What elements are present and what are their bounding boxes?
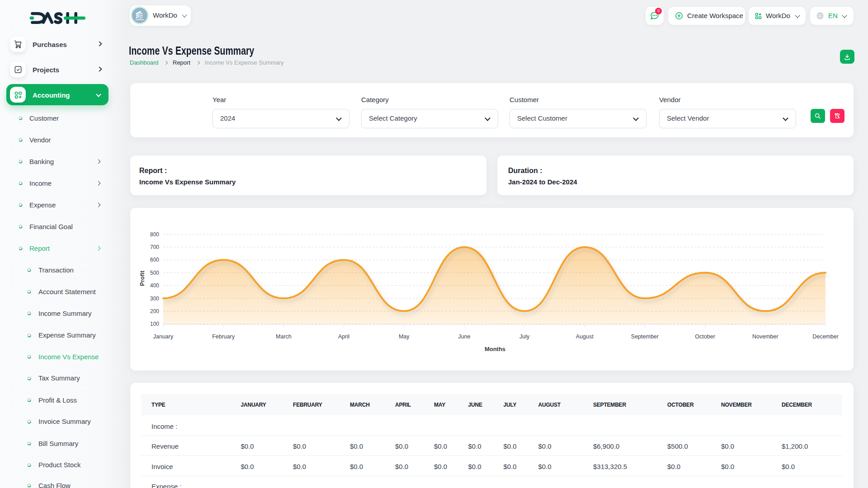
svg-text:February: February	[212, 333, 235, 340]
svg-text:300: 300	[150, 296, 159, 302]
svg-text:Months: Months	[485, 346, 505, 352]
svg-text:August: August	[576, 333, 594, 340]
svg-text:400: 400	[150, 282, 159, 289]
svg-text:September: September	[631, 333, 659, 340]
svg-text:May: May	[399, 333, 410, 340]
svg-text:800: 800	[150, 231, 159, 238]
svg-text:100: 100	[150, 321, 159, 327]
svg-text:March: March	[276, 333, 292, 340]
svg-text:Profit: Profit	[139, 270, 146, 286]
svg-text:November: November	[752, 333, 778, 340]
svg-text:October: October	[695, 333, 715, 340]
svg-text:200: 200	[150, 308, 159, 314]
svg-text:June: June	[458, 333, 470, 340]
svg-text:December: December	[812, 333, 839, 340]
svg-text:600: 600	[150, 257, 159, 263]
svg-text:July: July	[519, 333, 530, 340]
svg-text:700: 700	[150, 244, 159, 250]
svg-text:500: 500	[150, 270, 159, 276]
svg-text:January: January	[153, 333, 174, 340]
svg-text:April: April	[338, 333, 349, 340]
